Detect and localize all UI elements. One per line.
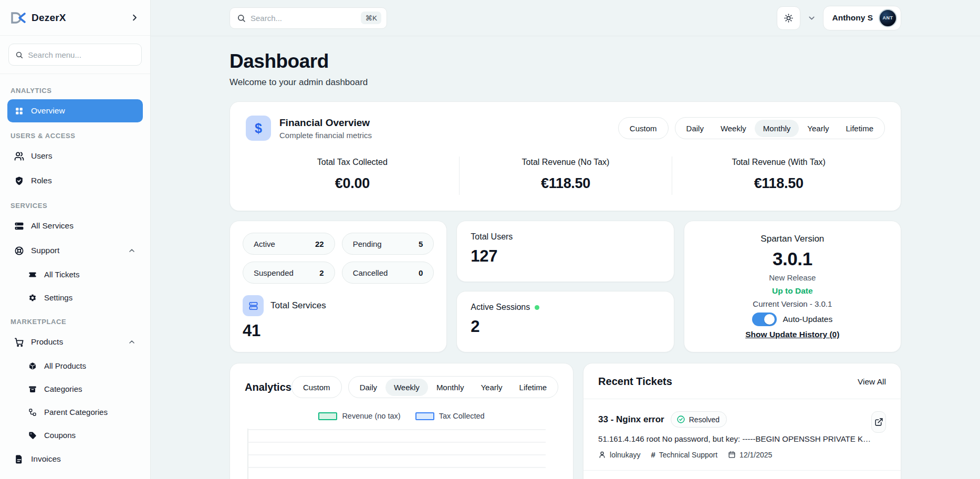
financial-title: Financial Overview <box>279 117 372 129</box>
check-circle-icon <box>676 415 685 424</box>
status-badge: Resolved <box>671 411 727 428</box>
active-sessions-card: Active Sessions 2 <box>456 291 674 352</box>
sidebar-item-label: All Services <box>31 221 74 231</box>
chevron-right-icon <box>130 13 140 23</box>
tag-icon <box>28 431 37 440</box>
sidebar-item-overview[interactable]: Overview <box>7 99 143 122</box>
sidebar-item-products[interactable]: Products <box>7 330 143 353</box>
tab-lifetime[interactable]: Lifetime <box>511 379 556 396</box>
update-history-link[interactable]: Show Update History (0) <box>745 330 839 339</box>
theme-toggle-button[interactable] <box>777 6 800 30</box>
external-link-icon <box>874 418 883 426</box>
sidebar-nav: ANALYTICS Overview USERS & ACCESS Users … <box>0 74 150 479</box>
sidebar-collapse-button[interactable] <box>130 13 140 23</box>
tab-yearly[interactable]: Yearly <box>799 120 837 137</box>
metric-label: Total Revenue (With Tax) <box>677 158 880 167</box>
tab-daily[interactable]: Daily <box>351 379 385 396</box>
sidebar-item-label: All Products <box>44 361 86 370</box>
sidebar-item-coupons[interactable]: Coupons <box>21 424 143 446</box>
total-users-label: Total Users <box>471 232 660 242</box>
tab-monthly[interactable]: Monthly <box>428 379 473 396</box>
shopping-cart-icon <box>14 337 24 347</box>
tickets-title: Recent Tickets <box>598 376 672 388</box>
chevron-up-icon <box>128 246 136 255</box>
section-label-analytics: ANALYTICS <box>11 87 140 95</box>
metric-value: €0.00 <box>251 175 454 192</box>
page-title: Dashboard <box>230 50 901 72</box>
tab-weekly[interactable]: Weekly <box>712 120 755 137</box>
app-window: DezerX ANALYTICS Overview USERS & ACCESS <box>0 0 980 479</box>
analytics-title: Analytics <box>245 381 291 393</box>
view-all-link[interactable]: View All <box>858 377 886 387</box>
lifebuoy-icon <box>14 246 24 256</box>
chip-suspended: Suspended2 <box>243 262 335 284</box>
section-label-marketplace: MARKETPLACE <box>11 318 140 326</box>
global-search-input[interactable] <box>251 14 356 23</box>
theme-dropdown-chevron[interactable] <box>807 14 816 23</box>
active-sessions-value: 2 <box>471 317 660 336</box>
sidebar-item-label: Categories <box>44 384 82 393</box>
financial-custom-button[interactable]: Custom <box>618 117 669 139</box>
tab-daily[interactable]: Daily <box>678 120 712 137</box>
sidebar-item-label: Invoices <box>31 454 61 464</box>
ticket-user: lolnukayy <box>598 451 640 459</box>
tab-weekly[interactable]: Weekly <box>385 379 428 396</box>
total-users-card: Total Users 127 <box>456 221 674 282</box>
topbar: ⌘K Anthony S ANT <box>151 0 980 36</box>
sidebar-search-input[interactable] <box>28 50 135 59</box>
invoice-document-icon <box>14 454 24 464</box>
analytics-card: Analytics Custom Daily Weekly Monthly Ye… <box>230 363 574 479</box>
ticket-row: 33 - Nginx error Resolved 51.161.4.146 r… <box>583 399 901 470</box>
tab-monthly[interactable]: Monthly <box>755 120 799 137</box>
ticket-date: 12/1/2025 <box>728 451 772 459</box>
sidebar-item-settings[interactable]: Settings <box>21 287 143 308</box>
metric-revenue-with-tax: Total Revenue (With Tax) €118.50 <box>672 157 885 195</box>
open-ticket-button[interactable] <box>871 411 886 433</box>
sidebar-item-label: Overview <box>31 106 65 116</box>
sidebar-item-support[interactable]: Support <box>7 239 143 262</box>
sidebar-item-parent-categories[interactable]: Parent Categories <box>21 401 143 423</box>
sidebar-search[interactable] <box>8 44 142 66</box>
keyboard-shortcut-badge: ⌘K <box>361 12 381 24</box>
main-area: ⌘K Anthony S ANT Dashboard Welcome to yo… <box>151 0 980 479</box>
online-status-dot <box>535 305 539 310</box>
sidebar-item-all-tickets[interactable]: All Tickets <box>21 264 143 285</box>
stats-column: Total Users 127 Active Sessions 2 <box>456 221 674 352</box>
sidebar-item-users[interactable]: Users <box>7 144 143 168</box>
brand-logo-icon <box>11 11 26 25</box>
sidebar-item-label: Settings <box>44 293 72 302</box>
services-card: Active22 Pending5 Suspended2 Cancelled0 … <box>230 221 447 352</box>
dollar-icon: $ <box>246 116 271 141</box>
sidebar-item-invoices[interactable]: Invoices <box>7 447 143 471</box>
dashboard-grid-icon <box>14 106 24 116</box>
tab-lifetime[interactable]: Lifetime <box>837 120 882 137</box>
auto-updates-toggle[interactable] <box>752 313 777 326</box>
tab-yearly[interactable]: Yearly <box>472 379 510 396</box>
page-content: Dashboard Welcome to your admin dashboar… <box>151 36 980 479</box>
chip-cancelled: Cancelled0 <box>342 262 434 284</box>
sidebar-item-label: All Tickets <box>44 270 80 279</box>
sidebar-item-categories[interactable]: Categories <box>21 378 143 400</box>
analytics-custom-button[interactable]: Custom <box>291 376 342 398</box>
chevron-down-icon <box>807 14 816 23</box>
chip-active: Active22 <box>243 233 335 255</box>
sidebar-item-all-products[interactable]: All Products <box>21 355 143 377</box>
sidebar-item-all-services[interactable]: All Services <box>7 214 143 237</box>
sidebar-item-roles[interactable]: Roles <box>7 169 143 192</box>
sidebar-item-label: Roles <box>31 176 52 185</box>
auto-updates-label: Auto-Updates <box>783 315 832 324</box>
version-number: 3.0.1 <box>773 248 812 269</box>
version-current: Current Version - 3.0.1 <box>753 299 832 308</box>
metric-value: €118.50 <box>677 175 880 192</box>
section-label-services: SERVICES <box>11 202 140 210</box>
user-menu[interactable]: Anthony S ANT <box>823 6 902 30</box>
ticket-category: # Technical Support <box>651 450 717 459</box>
sidebar-item-label: Products <box>31 337 63 347</box>
server-icon <box>14 221 24 231</box>
global-search[interactable]: ⌘K <box>230 7 387 29</box>
total-services-label: Total Services <box>270 300 326 311</box>
active-sessions-label: Active Sessions <box>471 303 530 312</box>
hash-icon: # <box>651 450 655 459</box>
version-card: Spartan Version 3.0.1 New Release Up to … <box>684 221 901 352</box>
user-name: Anthony S <box>832 13 873 23</box>
